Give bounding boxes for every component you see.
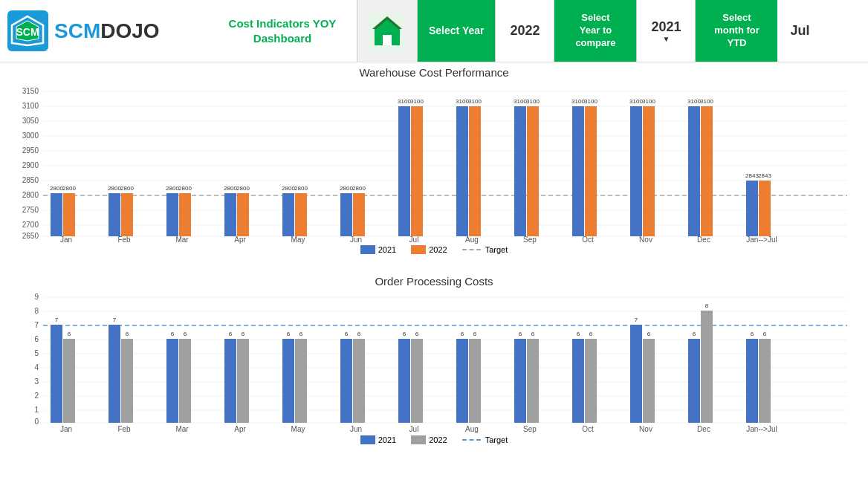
bar: [340, 193, 352, 236]
bar: [237, 339, 249, 423]
select-year-compare-label: Select Year to compare: [554, 0, 636, 62]
svg-text:3000: 3000: [22, 132, 39, 140]
svg-text:6: 6: [171, 331, 175, 337]
bar: [353, 193, 365, 236]
legend-label-target: Target: [485, 245, 508, 254]
svg-text:2800: 2800: [62, 185, 76, 192]
warehouse-cost-chart: 3150 3100 3050 3000 2950 2900 2850 2800 …: [15, 80, 853, 244]
logo-section: SCM SCMDOJO: [0, 0, 208, 62]
svg-text:Sep: Sep: [523, 425, 537, 433]
chart1-legend: 2021 2022 Target: [15, 245, 853, 254]
bar: [527, 106, 539, 236]
bar: [411, 106, 423, 236]
charts-container: Warehouse Cost Performance 3150 3100 305…: [0, 62, 868, 480]
svg-text:Mar: Mar: [175, 425, 189, 433]
svg-text:6: 6: [345, 331, 349, 337]
svg-text:6: 6: [229, 331, 233, 337]
svg-text:2650: 2650: [22, 232, 39, 240]
month-value[interactable]: Jul: [777, 0, 822, 62]
home-icon: [369, 13, 406, 50]
select-month-label: Select month for YTD: [696, 0, 777, 62]
svg-text:5: 5: [34, 349, 39, 357]
bar: [340, 339, 352, 423]
svg-text:6: 6: [126, 331, 129, 337]
bar: [295, 193, 307, 236]
bar: [688, 106, 700, 236]
bar: [398, 339, 410, 423]
bar: [295, 339, 307, 423]
legend2-label-target: Target: [485, 435, 508, 444]
svg-text:6: 6: [589, 331, 593, 337]
svg-text:6: 6: [647, 331, 651, 337]
svg-text:2800: 2800: [340, 185, 353, 192]
svg-text:May: May: [291, 425, 305, 433]
svg-text:Jan: Jan: [60, 236, 72, 244]
svg-text:Dec: Dec: [697, 425, 710, 433]
home-button[interactable]: [357, 0, 418, 62]
svg-text:SCM: SCM: [16, 26, 39, 38]
svg-text:2800: 2800: [294, 185, 308, 192]
svg-text:2700: 2700: [22, 221, 39, 229]
svg-text:6: 6: [34, 335, 39, 343]
bar: [121, 193, 133, 236]
svg-text:8: 8: [34, 307, 39, 315]
svg-text:6: 6: [299, 331, 303, 337]
legend-color-2022: [411, 245, 426, 254]
svg-text:2800: 2800: [178, 185, 192, 192]
svg-text:6: 6: [531, 331, 535, 337]
svg-text:3100: 3100: [456, 98, 469, 105]
svg-text:0: 0: [34, 418, 39, 426]
svg-text:2800: 2800: [22, 191, 39, 199]
bar: [759, 181, 771, 236]
header: SCM SCMDOJO Cost Indicators YOY Dashboar…: [0, 0, 868, 62]
legend2-color-2021: [360, 435, 375, 444]
svg-text:Jun: Jun: [350, 236, 362, 244]
svg-text:6: 6: [68, 331, 71, 337]
svg-text:Jun: Jun: [350, 425, 362, 433]
svg-text:6: 6: [461, 331, 464, 337]
svg-text:Aug: Aug: [465, 236, 479, 244]
bar: [282, 193, 294, 236]
svg-text:2750: 2750: [22, 206, 39, 214]
year-compare-dropdown[interactable]: 2021 ▼: [636, 0, 696, 62]
svg-text:2843: 2843: [758, 172, 771, 179]
svg-text:2800: 2800: [282, 185, 295, 192]
bar: [282, 339, 294, 423]
svg-text:Feb: Feb: [117, 425, 131, 433]
svg-text:2900: 2900: [22, 161, 39, 169]
svg-text:May: May: [291, 236, 305, 244]
bar: [514, 339, 526, 423]
svg-rect-6: [383, 35, 392, 45]
svg-text:6: 6: [415, 331, 419, 337]
logo-text: SCMDOJO: [54, 19, 160, 43]
svg-text:1: 1: [34, 406, 39, 414]
bar: [585, 339, 597, 423]
svg-text:6: 6: [751, 331, 754, 337]
svg-text:3: 3: [34, 377, 39, 386]
legend-color-2021: [360, 245, 375, 254]
svg-text:3100: 3100: [629, 98, 643, 105]
bar: [63, 193, 75, 236]
bar: [224, 193, 236, 236]
svg-text:2: 2: [34, 392, 39, 400]
svg-text:Jan: Jan: [60, 425, 72, 433]
bar: [63, 339, 75, 423]
bar: [746, 339, 758, 423]
svg-text:2800: 2800: [50, 185, 63, 192]
legend-label-2021: 2021: [378, 245, 396, 254]
chart2-legend: 2021 2022 Target: [15, 435, 853, 444]
bar: [688, 339, 700, 423]
svg-text:Jan-->Jul: Jan-->Jul: [746, 236, 777, 244]
bar: [108, 193, 120, 236]
legend2-item-target: Target: [462, 435, 508, 444]
bar: [411, 339, 423, 423]
bar: [746, 181, 758, 236]
svg-text:7: 7: [34, 321, 39, 329]
svg-text:2800: 2800: [224, 185, 237, 192]
bar: [469, 106, 481, 236]
bar: [51, 193, 62, 236]
bar: [456, 339, 468, 423]
year-2022-value[interactable]: 2022: [495, 0, 554, 62]
legend2-label-2021: 2021: [378, 435, 396, 444]
svg-text:4: 4: [34, 363, 39, 372]
